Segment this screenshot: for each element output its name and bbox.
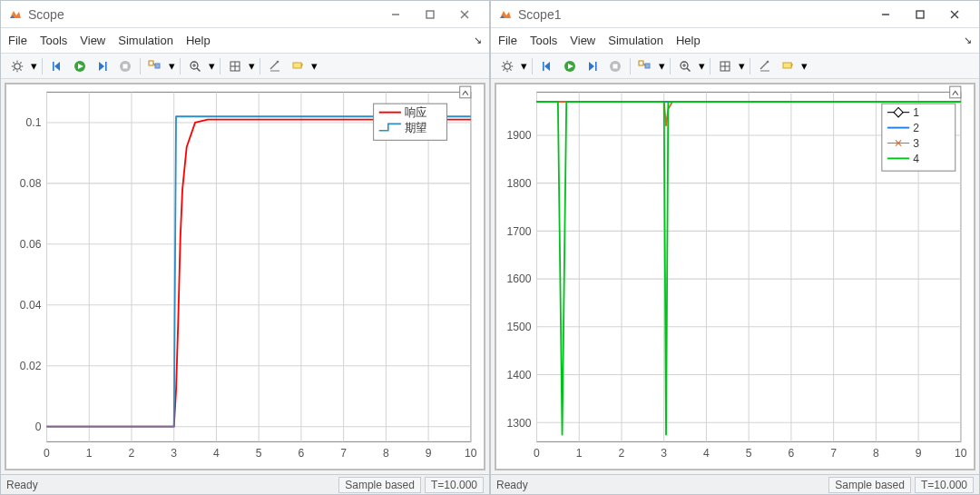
menu-file[interactable]: File xyxy=(8,34,27,47)
svg-text:1300: 1300 xyxy=(506,416,531,429)
svg-rect-21 xyxy=(149,61,153,65)
signal-selector-icon[interactable] xyxy=(634,56,656,76)
svg-line-84 xyxy=(510,69,511,70)
zoom-dropdown-icon[interactable]: ▾ xyxy=(697,59,706,73)
menu-simulation[interactable]: Simulation xyxy=(608,34,663,47)
svg-text:1700: 1700 xyxy=(506,224,531,237)
menu-file[interactable]: File xyxy=(498,34,517,47)
svg-rect-75 xyxy=(916,11,924,18)
step-back-icon[interactable] xyxy=(536,56,558,76)
svg-text:8: 8 xyxy=(873,447,879,460)
svg-text:0: 0 xyxy=(534,447,540,460)
stop-icon[interactable] xyxy=(604,56,626,76)
run-icon[interactable] xyxy=(69,56,91,76)
zoom-dropdown-icon[interactable]: ▾ xyxy=(207,59,216,73)
svg-rect-18 xyxy=(105,62,107,71)
svg-rect-92 xyxy=(595,62,597,71)
settings-dropdown-icon[interactable]: ▾ xyxy=(519,59,528,73)
svg-text:2: 2 xyxy=(913,122,919,134)
signal-selector-icon[interactable] xyxy=(144,56,166,76)
maximize-button[interactable] xyxy=(413,4,447,25)
highlight-icon[interactable] xyxy=(287,56,309,76)
menubar: File Tools View Simulation Help ↘ xyxy=(1,28,489,54)
menu-view[interactable]: View xyxy=(570,34,595,47)
menu-view[interactable]: View xyxy=(80,34,105,47)
menu-simulation[interactable]: Simulation xyxy=(118,34,173,47)
autoscale-dropdown-icon[interactable]: ▾ xyxy=(737,59,746,73)
plot-area-left[interactable]: 01234567891000.020.040.060.080.1响应期望 xyxy=(5,83,485,470)
dock-icon[interactable]: ↘ xyxy=(964,35,972,46)
svg-text:3: 3 xyxy=(171,447,177,460)
dock-icon[interactable]: ↘ xyxy=(474,35,482,46)
measurement-icon[interactable] xyxy=(264,56,286,76)
autoscale-dropdown-icon[interactable]: ▾ xyxy=(247,59,256,73)
matlab-icon xyxy=(8,7,23,22)
svg-rect-95 xyxy=(639,61,643,65)
svg-text:响应: 响应 xyxy=(405,106,426,119)
svg-text:4: 4 xyxy=(703,447,710,460)
menu-help[interactable]: Help xyxy=(186,34,211,47)
zoom-icon[interactable] xyxy=(184,56,206,76)
svg-marker-13 xyxy=(54,62,60,71)
autoscale-icon[interactable] xyxy=(714,56,736,76)
svg-text:10: 10 xyxy=(955,447,967,460)
menu-tools[interactable]: Tools xyxy=(530,34,557,47)
measurement-icon[interactable] xyxy=(754,56,776,76)
svg-text:0.1: 0.1 xyxy=(26,116,42,129)
minimize-button[interactable] xyxy=(868,4,903,25)
svg-line-99 xyxy=(687,68,691,72)
svg-text:0.04: 0.04 xyxy=(20,299,42,312)
svg-rect-14 xyxy=(53,62,54,71)
status-ready: Ready xyxy=(496,479,528,491)
svg-text:4: 4 xyxy=(213,447,220,460)
plot-area-right[interactable]: 0123456789101300140015001600170018001900… xyxy=(495,83,975,470)
svg-text:9: 9 xyxy=(426,447,432,460)
svg-text:2: 2 xyxy=(619,447,625,460)
statusbar: Ready Sample based T=10.000 xyxy=(491,474,979,494)
svg-rect-33 xyxy=(293,63,301,68)
svg-marker-91 xyxy=(589,62,594,71)
highlight-icon[interactable] xyxy=(777,56,799,76)
status-time: T=10.000 xyxy=(425,477,484,493)
svg-text:6: 6 xyxy=(789,447,795,460)
svg-text:1: 1 xyxy=(913,106,919,119)
close-button[interactable] xyxy=(937,4,972,25)
signal-selector-dropdown-icon[interactable]: ▾ xyxy=(657,59,666,73)
stop-icon[interactable] xyxy=(114,56,136,76)
svg-text:1800: 1800 xyxy=(506,177,531,190)
svg-text:6: 6 xyxy=(299,447,305,460)
step-forward-icon[interactable] xyxy=(92,56,113,76)
settings-gear-icon[interactable] xyxy=(496,56,518,76)
autoscale-icon[interactable] xyxy=(224,56,246,76)
menu-help[interactable]: Help xyxy=(676,34,701,47)
statusbar: Ready Sample based T=10.000 xyxy=(1,474,489,494)
close-button[interactable] xyxy=(447,4,482,25)
window-title: Scope1 xyxy=(518,7,561,22)
svg-text:1900: 1900 xyxy=(506,129,531,142)
settings-gear-icon[interactable] xyxy=(6,56,28,76)
signal-selector-dropdown-icon[interactable]: ▾ xyxy=(167,59,176,73)
status-ready: Ready xyxy=(6,479,38,491)
zoom-icon[interactable] xyxy=(674,56,696,76)
settings-dropdown-icon[interactable]: ▾ xyxy=(29,59,38,73)
maximize-button[interactable] xyxy=(903,4,937,25)
svg-text:期望: 期望 xyxy=(405,122,426,134)
step-back-icon[interactable] xyxy=(46,56,68,76)
svg-text:1: 1 xyxy=(86,447,93,460)
svg-point-31 xyxy=(277,60,279,63)
highlight-dropdown-icon[interactable]: ▾ xyxy=(799,59,808,73)
svg-text:3: 3 xyxy=(661,447,667,460)
highlight-dropdown-icon[interactable]: ▾ xyxy=(309,59,318,73)
svg-line-10 xyxy=(20,69,21,70)
svg-text:9: 9 xyxy=(916,447,922,460)
minimize-button[interactable] xyxy=(378,4,413,25)
svg-rect-88 xyxy=(543,62,544,71)
svg-point-4 xyxy=(15,63,20,68)
run-icon[interactable] xyxy=(559,56,581,76)
svg-text:4: 4 xyxy=(913,152,919,164)
menu-tools[interactable]: Tools xyxy=(40,34,67,47)
matlab-icon xyxy=(498,7,513,22)
status-time: T=10.000 xyxy=(915,477,974,493)
step-forward-icon[interactable] xyxy=(582,56,603,76)
svg-text:0.06: 0.06 xyxy=(20,238,42,251)
